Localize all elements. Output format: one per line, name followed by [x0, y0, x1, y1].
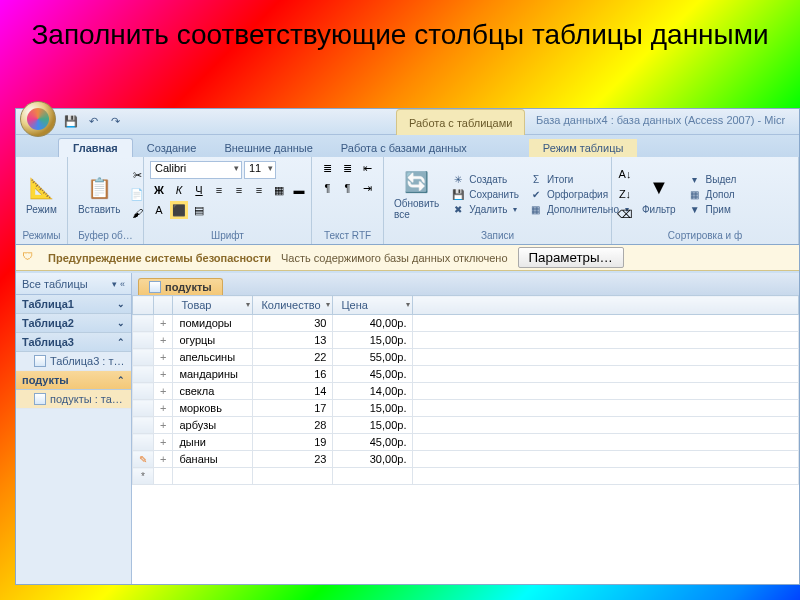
bullets-icon[interactable]: ≣: [319, 159, 337, 177]
select-all[interactable]: [133, 296, 154, 315]
advanced-button[interactable]: ▦Допол: [684, 187, 741, 201]
tab-home[interactable]: Главная: [58, 138, 133, 157]
row-selector[interactable]: [133, 349, 154, 366]
row-selector[interactable]: [133, 400, 154, 417]
align-center-icon[interactable]: ≡: [230, 181, 248, 199]
cell-qty[interactable]: 14: [253, 383, 333, 400]
paste-button[interactable]: 📋 Вставить: [72, 172, 126, 217]
save-icon[interactable]: 💾: [62, 113, 80, 131]
font-size-combo[interactable]: 11: [244, 161, 276, 179]
tab-external[interactable]: Внешние данные: [210, 139, 326, 157]
cell-price[interactable]: 55,00p.: [333, 349, 413, 366]
row-selector[interactable]: [133, 332, 154, 349]
cell-price[interactable]: 15,00p.: [333, 400, 413, 417]
expand-row[interactable]: +: [154, 349, 173, 366]
view-button[interactable]: 📐 Режим: [20, 172, 63, 217]
font-color-icon[interactable]: A: [150, 201, 168, 219]
numbering-icon[interactable]: ≣: [339, 159, 357, 177]
row-selector[interactable]: [133, 383, 154, 400]
nav-group-header[interactable]: Таблица3⌃: [16, 333, 131, 352]
save-record-button[interactable]: 💾Сохранить: [447, 187, 523, 201]
document-tab[interactable]: подукты: [138, 278, 223, 295]
nav-item[interactable]: подукты : та…: [16, 390, 131, 409]
cell-product[interactable]: огурцы: [173, 332, 253, 349]
expand-row[interactable]: +: [154, 332, 173, 349]
tab-dbtools[interactable]: Работа с базами данных: [327, 139, 481, 157]
cell-price[interactable]: 40,00p.: [333, 315, 413, 332]
cell-price[interactable]: 45,00p.: [333, 434, 413, 451]
toggle-filter-button[interactable]: ▼Прим: [684, 202, 741, 216]
row-selector[interactable]: [133, 417, 154, 434]
cell-product[interactable]: дыни: [173, 434, 253, 451]
office-button[interactable]: [20, 101, 56, 137]
expand-row[interactable]: +: [154, 383, 173, 400]
cell-qty[interactable]: 22: [253, 349, 333, 366]
gridlines-icon[interactable]: ▦: [270, 181, 288, 199]
font-name-combo[interactable]: Calibri: [150, 161, 242, 179]
row-selector[interactable]: [133, 434, 154, 451]
italic-button[interactable]: К: [170, 181, 188, 199]
align-left-icon[interactable]: ≡: [210, 181, 228, 199]
row-selector[interactable]: [133, 366, 154, 383]
column-header[interactable]: Товар▾: [173, 296, 253, 315]
delete-record-button[interactable]: ✖Удалить▾: [447, 202, 523, 216]
selection-button[interactable]: ▾Выдел: [684, 172, 741, 186]
expand-row[interactable]: +: [154, 366, 173, 383]
expand-row[interactable]: +: [154, 315, 173, 332]
nav-group-header[interactable]: Таблица1⌄: [16, 295, 131, 314]
cell-price[interactable]: 15,00p.: [333, 417, 413, 434]
row-selector[interactable]: [133, 315, 154, 332]
cell-price[interactable]: 15,00p.: [333, 332, 413, 349]
underline-button[interactable]: Ч: [190, 181, 208, 199]
nav-group-header[interactable]: подукты⌃: [16, 371, 131, 390]
nav-item[interactable]: Таблица3 : т…: [16, 352, 131, 371]
cell-qty[interactable]: 30: [253, 315, 333, 332]
cell-qty[interactable]: 16: [253, 366, 333, 383]
row-selector[interactable]: ✎: [133, 451, 154, 468]
indent-inc-icon[interactable]: ⇥: [359, 179, 377, 197]
fill-color-icon[interactable]: ▬: [290, 181, 308, 199]
column-header[interactable]: Количество▾: [253, 296, 333, 315]
datasheet[interactable]: Товар▾Количество▾Цена▾+помидоры3040,00p.…: [132, 295, 799, 584]
cell-qty[interactable]: 19: [253, 434, 333, 451]
cell-product[interactable]: бананы: [173, 451, 253, 468]
indent-dec-icon[interactable]: ⇤: [359, 159, 377, 177]
cell-product[interactable]: морковь: [173, 400, 253, 417]
cell-product[interactable]: помидоры: [173, 315, 253, 332]
clear-sort-icon[interactable]: ⌫: [616, 205, 634, 223]
expand-row[interactable]: +: [154, 434, 173, 451]
new-row-selector[interactable]: *: [133, 468, 154, 485]
cell-price[interactable]: 30,00p.: [333, 451, 413, 468]
nav-pane-header[interactable]: Все таблицы ▾ «: [16, 273, 131, 295]
cell-price[interactable]: 45,00p.: [333, 366, 413, 383]
cell-qty[interactable]: 17: [253, 400, 333, 417]
refresh-button[interactable]: 🔄 Обновить все: [388, 166, 445, 222]
cell-product[interactable]: арбузы: [173, 417, 253, 434]
new-record-button[interactable]: ✳Создать: [447, 172, 523, 186]
cell-product[interactable]: свекла: [173, 383, 253, 400]
sort-desc-icon[interactable]: Z↓: [616, 185, 634, 203]
expand-row[interactable]: +: [154, 400, 173, 417]
cell-price[interactable]: 14,00p.: [333, 383, 413, 400]
rtl-icon[interactable]: ¶: [339, 179, 357, 197]
filter-button[interactable]: ▼ Фильтр: [636, 172, 682, 217]
expand-row[interactable]: +: [154, 451, 173, 468]
ltr-icon[interactable]: ¶: [319, 179, 337, 197]
alt-row-icon[interactable]: ▤: [190, 201, 208, 219]
bold-button[interactable]: Ж: [150, 181, 168, 199]
sort-asc-icon[interactable]: A↓: [616, 165, 634, 183]
tab-create[interactable]: Создание: [133, 139, 211, 157]
security-options-button[interactable]: Параметры…: [518, 247, 624, 268]
tab-tablemode[interactable]: Режим таблицы: [529, 139, 638, 157]
column-header[interactable]: Цена▾: [333, 296, 413, 315]
cell-qty[interactable]: 13: [253, 332, 333, 349]
redo-icon[interactable]: ↷: [106, 113, 124, 131]
highlight-icon[interactable]: ⬛: [170, 201, 188, 219]
cell-product[interactable]: мандарины: [173, 366, 253, 383]
undo-icon[interactable]: ↶: [84, 113, 102, 131]
expand-row[interactable]: +: [154, 417, 173, 434]
nav-group-header[interactable]: Таблица2⌄: [16, 314, 131, 333]
cell-product[interactable]: апельсины: [173, 349, 253, 366]
cell-qty[interactable]: 23: [253, 451, 333, 468]
align-right-icon[interactable]: ≡: [250, 181, 268, 199]
